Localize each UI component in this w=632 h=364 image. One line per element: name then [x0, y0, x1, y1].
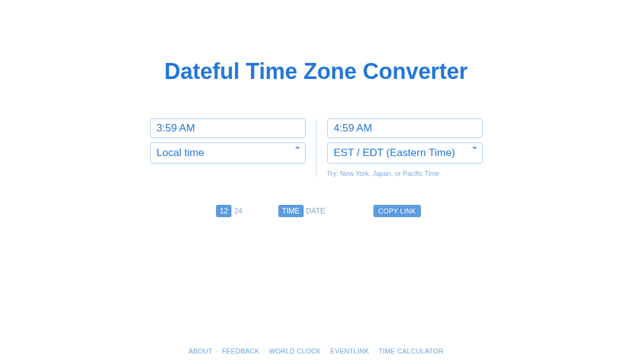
hour-12-toggle[interactable]: 12	[216, 205, 231, 217]
vertical-divider	[316, 118, 317, 177]
footer: ABOUT·FEEDBACK·WORLD CLOCK·EVENTLINK·TIM…	[0, 347, 632, 355]
converter-row: Local time EST / EDT (Eastern Time) Try:…	[150, 118, 483, 177]
hint-link-pacific[interactable]: Pacific Time	[403, 170, 439, 177]
right-time-input[interactable]	[327, 118, 483, 138]
right-panel: EST / EDT (Eastern Time) Try: New York, …	[327, 118, 483, 177]
left-zone-select[interactable]: Local time	[150, 143, 306, 163]
footer-link-world-clock[interactable]: WORLD CLOCK	[269, 347, 321, 355]
chevron-down-icon	[295, 147, 300, 149]
page-title: Dateful Time Zone Converter	[164, 59, 467, 85]
footer-separator: ·	[373, 347, 375, 355]
footer-link-eventlink[interactable]: EVENTLINK	[330, 347, 369, 355]
right-zone-label: EST / EDT (Eastern Time)	[334, 147, 455, 159]
chevron-down-icon	[472, 147, 477, 149]
footer-link-time-calculator[interactable]: TIME CALCULATOR	[378, 347, 443, 355]
left-panel: Local time	[150, 118, 306, 163]
right-zone-select[interactable]: EST / EDT (Eastern Time)	[327, 143, 483, 163]
time-date-toggle: TIMEDATE	[278, 205, 328, 217]
date-toggle[interactable]: DATE	[304, 205, 328, 217]
hint-link-new-york[interactable]: New York	[340, 170, 368, 177]
controls-row: 1224 TIMEDATE COPY LINK	[149, 205, 483, 217]
footer-separator: ·	[263, 347, 265, 355]
hour-24-toggle[interactable]: 24	[231, 205, 244, 217]
copy-link-button[interactable]: COPY LINK	[373, 205, 421, 217]
try-hint: Try: New York, Japan, or Pacific Time	[327, 170, 483, 177]
footer-separator: ·	[325, 347, 326, 355]
left-time-input[interactable]	[150, 118, 306, 138]
try-hint-prefix: Try:	[327, 170, 341, 177]
hour-format-toggle: 1224	[216, 205, 245, 217]
footer-link-feedback[interactable]: FEEDBACK	[222, 347, 260, 355]
footer-link-about[interactable]: ABOUT	[188, 347, 212, 355]
hint-link-japan[interactable]: Japan	[373, 170, 391, 177]
left-zone-label: Local time	[157, 147, 204, 159]
time-toggle[interactable]: TIME	[278, 205, 304, 217]
footer-separator: ·	[216, 347, 218, 355]
